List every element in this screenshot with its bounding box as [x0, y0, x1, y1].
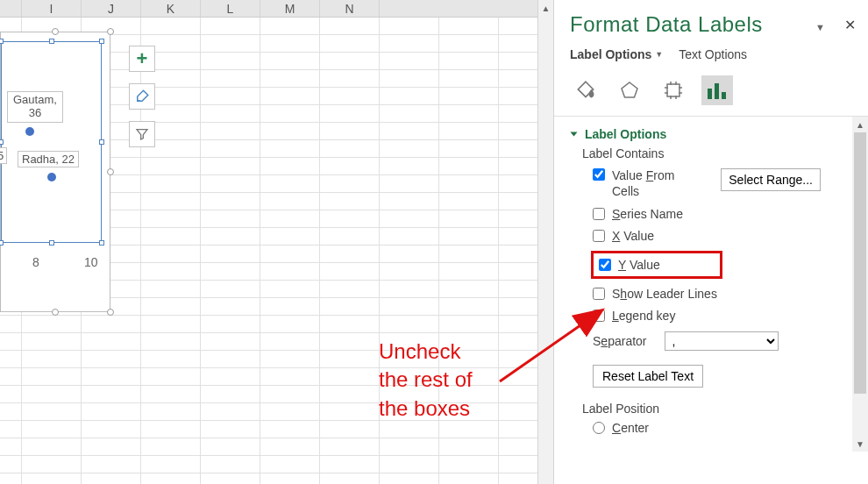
- chart-filters-button[interactable]: [129, 121, 155, 147]
- checkbox[interactable]: [593, 230, 605, 242]
- plot-handle[interactable]: [49, 39, 54, 44]
- checkbox-label: Value FromCells: [612, 168, 674, 199]
- axis-tick: 10: [84, 255, 98, 269]
- tab-text: Text Options: [679, 47, 747, 61]
- separator-select[interactable]: ,: [665, 331, 779, 351]
- sheet-vertical-scrollbar[interactable]: ▲: [537, 0, 553, 484]
- label-contains-heading: Label Contains: [582, 146, 831, 160]
- pentagon-icon: [619, 80, 640, 101]
- pane-category-icons: [554, 67, 868, 117]
- scroll-up-icon[interactable]: ▲: [538, 0, 553, 16]
- plot-handle[interactable]: [0, 139, 4, 145]
- col-header[interactable]: N: [320, 0, 380, 17]
- pane-title: Format Data Labels: [570, 12, 815, 37]
- plot-handle[interactable]: [99, 139, 104, 145]
- radio-center[interactable]: Center: [593, 421, 831, 435]
- checkbox-show-leader-lines[interactable]: Show Leader Lines: [593, 287, 831, 301]
- resize-handle[interactable]: [107, 28, 114, 35]
- pane-vertical-scrollbar[interactable]: ▲ ▼: [852, 117, 868, 452]
- checkbox[interactable]: [599, 259, 611, 271]
- size-properties-icon[interactable]: [658, 75, 689, 105]
- scroll-down-icon[interactable]: ▼: [852, 436, 868, 452]
- column-headers: I J K L M N: [0, 0, 537, 18]
- chart-data-point[interactable]: [25, 127, 34, 136]
- section-label-options[interactable]: Label Options: [572, 127, 831, 141]
- svg-rect-3: [722, 92, 726, 99]
- chart-plot-area[interactable]: Gautam,36 5 Radha, 22: [1, 41, 102, 243]
- select-range-button[interactable]: Select Range...: [721, 168, 821, 191]
- chart-data-label[interactable]: Gautam,36: [7, 91, 63, 123]
- checkbox[interactable]: [593, 168, 605, 181]
- pane-options-caret-icon[interactable]: ▼: [815, 22, 825, 32]
- plot-handle[interactable]: [99, 240, 104, 246]
- annotation-highlight-box: Y Value: [591, 251, 722, 279]
- resize-handle[interactable]: [52, 309, 59, 316]
- checkbox-series-name[interactable]: Series Name: [593, 207, 831, 221]
- col-header-blank: [0, 0, 22, 17]
- size-icon: [663, 80, 684, 101]
- scroll-up-icon[interactable]: ▲: [852, 117, 868, 132]
- radio[interactable]: [593, 422, 605, 434]
- label-text: Radha, 22: [22, 153, 75, 166]
- brush-icon: [134, 89, 150, 104]
- plus-icon: +: [137, 47, 148, 70]
- tab-text-options[interactable]: Text Options: [679, 47, 747, 61]
- resize-handle[interactable]: [107, 309, 114, 316]
- label-text: Gautam,36: [13, 93, 57, 119]
- checkbox-label: Show Leader Lines: [612, 287, 717, 301]
- chart-data-label[interactable]: 5: [0, 147, 7, 164]
- filter-icon: [135, 127, 149, 141]
- checkbox-value-from-cells[interactable]: Value FromCells Select Range...: [593, 168, 831, 199]
- checkbox-label: Y Value: [618, 258, 660, 272]
- col-header[interactable]: M: [260, 0, 320, 17]
- chart-elements-button[interactable]: +: [129, 46, 155, 72]
- resize-handle[interactable]: [52, 28, 59, 35]
- svg-rect-0: [667, 84, 679, 96]
- chevron-down-icon: ▼: [655, 50, 663, 59]
- fill-line-icon[interactable]: [570, 75, 601, 105]
- label-position-heading: Label Position: [582, 402, 831, 416]
- chart-object[interactable]: Gautam,36 5 Radha, 22 8 10: [0, 32, 110, 312]
- col-header[interactable]: J: [82, 0, 141, 17]
- svg-rect-2: [715, 83, 719, 99]
- checkbox-y-value[interactable]: Y Value: [599, 258, 715, 272]
- reset-label-text-button[interactable]: Reset Label Text: [593, 365, 703, 388]
- checkbox-x-value[interactable]: X Value: [593, 229, 831, 243]
- scroll-thumb[interactable]: [854, 132, 866, 394]
- col-header[interactable]: L: [201, 0, 260, 17]
- paint-bucket-icon: [574, 79, 597, 102]
- checkbox-label: Legend key: [612, 309, 675, 323]
- resize-handle[interactable]: [107, 168, 114, 175]
- effects-icon[interactable]: [614, 75, 645, 105]
- annotation-text: Uncheckthe rest ofthe boxes: [379, 338, 473, 423]
- chart-data-label[interactable]: Radha, 22: [18, 151, 79, 167]
- checkbox[interactable]: [593, 208, 605, 220]
- plot-handle[interactable]: [0, 39, 4, 44]
- plot-handle[interactable]: [0, 240, 4, 246]
- checkbox-label: Series Name: [612, 207, 683, 221]
- plot-handle[interactable]: [99, 39, 104, 44]
- label-options-icon[interactable]: [701, 75, 733, 105]
- chart-data-point[interactable]: [47, 173, 56, 182]
- checkbox[interactable]: [593, 310, 605, 322]
- close-button[interactable]: ✕: [844, 17, 856, 33]
- checkbox-legend-key[interactable]: Legend key: [593, 309, 831, 323]
- label-text: 5: [0, 149, 4, 162]
- axis-tick: 8: [32, 255, 39, 269]
- plot-handle[interactable]: [49, 240, 54, 246]
- col-header[interactable]: K: [141, 0, 201, 17]
- separator-label: Separator: [593, 334, 647, 348]
- bar-chart-icon: [706, 80, 729, 101]
- checkbox[interactable]: [593, 288, 605, 300]
- tab-text: Label Options: [570, 47, 651, 61]
- section-heading: Label Options: [585, 127, 666, 141]
- tab-label-options[interactable]: Label Options ▼: [570, 47, 663, 61]
- separator-row: Separator ,: [593, 331, 831, 351]
- caret-down-icon: [571, 132, 578, 137]
- col-header[interactable]: I: [22, 0, 82, 17]
- chart-styles-button[interactable]: [129, 83, 155, 110]
- format-data-labels-pane: Format Data Labels ▼ ✕ Label Options ▼ T…: [553, 0, 868, 484]
- pane-content: Label Options Label Contains Value FromC…: [554, 117, 838, 435]
- radio-label: Center: [612, 421, 649, 435]
- svg-rect-1: [708, 89, 712, 99]
